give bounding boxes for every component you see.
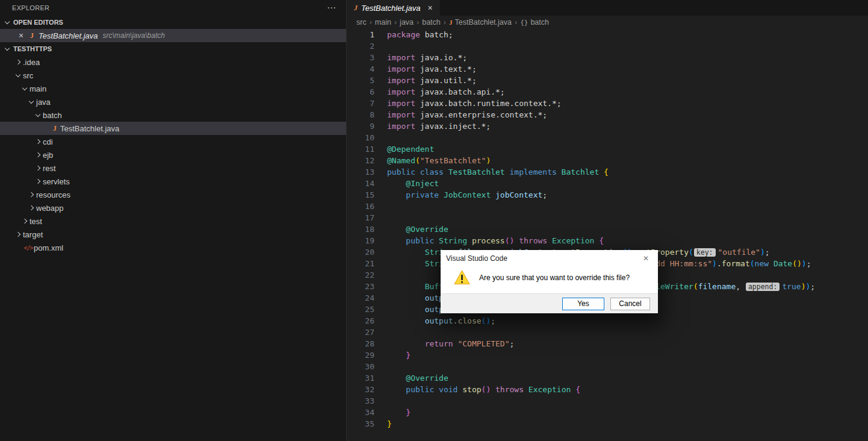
tree-item-label: main — [29, 84, 46, 93]
code-line[interactable]: 26 output.close(); — [347, 315, 868, 327]
chevron-right-icon — [33, 177, 43, 186]
tree-item-label: resources — [36, 190, 70, 199]
tree-item-ejb[interactable]: ejb — [0, 148, 346, 161]
tree-item-target[interactable]: target — [0, 228, 346, 241]
more-actions-icon[interactable]: ⋯ — [327, 2, 336, 13]
line-number: 23 — [347, 281, 374, 292]
code-line[interactable]: 2 — [347, 40, 868, 52]
code-line[interactable]: 6import javax.batch.api.*; — [347, 86, 868, 98]
code-line[interactable]: 10 — [347, 132, 868, 143]
code-line[interactable]: 19 public String process() throws Except… — [347, 235, 868, 246]
line-number: 3 — [347, 52, 374, 63]
chevron-right-icon — [13, 57, 23, 67]
code-line[interactable]: 17 — [347, 212, 868, 224]
code-line[interactable]: 14 @Inject — [347, 178, 868, 189]
line-number: 24 — [347, 292, 374, 304]
tab-bar: J TestBatchlet.java × — [347, 0, 868, 16]
tree-item-label: webapp — [36, 204, 64, 213]
chevron-right-icon — [26, 203, 36, 213]
code-line[interactable]: 9import javax.inject.*; — [347, 120, 868, 132]
code-line[interactable]: 32 public void stop() throws Exception { — [347, 384, 868, 395]
tree-item-label: .idea — [23, 58, 40, 67]
code-line[interactable]: 5import java.util.*; — [347, 75, 868, 86]
code-text: import javax.enterprise.context.*; — [387, 109, 547, 120]
close-icon[interactable]: × — [428, 3, 433, 13]
breadcrumb-item[interactable]: src — [356, 18, 367, 27]
java-file-icon: J — [449, 19, 453, 26]
breadcrumb-item[interactable]: {}batch — [520, 18, 549, 27]
xml-file-icon: </> — [23, 245, 34, 251]
breadcrumb-item[interactable]: main — [375, 18, 391, 27]
line-number: 19 — [347, 235, 374, 246]
code-line[interactable]: 29 } — [347, 349, 868, 361]
code-text: import javax.batch.runtime.context.*; — [387, 98, 562, 109]
code-line[interactable]: 7import javax.batch.runtime.context.*; — [347, 98, 868, 109]
code-editor[interactable]: 1package batch;23import java.io.*;4impor… — [347, 29, 868, 430]
tree-item-cdi[interactable]: cdi — [0, 135, 346, 148]
chevron-right-icon — [33, 150, 43, 160]
code-line[interactable]: 35} — [347, 418, 868, 430]
breadcrumb-item[interactable]: JTestBatchlet.java — [449, 18, 512, 27]
tree-item-label: ejb — [43, 151, 53, 160]
tree-item-main[interactable]: main — [0, 82, 346, 95]
code-line[interactable]: 12@Named("TestBatchlet") — [347, 155, 868, 166]
code-line[interactable]: 4import java.text.*; — [347, 63, 868, 75]
tree-item-src[interactable]: src — [0, 69, 346, 82]
explorer-title: EXPLORER — [12, 4, 49, 11]
workspace-header[interactable]: TESTHTTPS — [0, 42, 346, 55]
code-line[interactable]: 30 — [347, 361, 868, 372]
code-line[interactable]: 28 return "COMPLETED"; — [347, 338, 868, 349]
breadcrumb-item[interactable]: batch — [422, 18, 441, 27]
code-line[interactable]: 33 — [347, 395, 868, 407]
code-line[interactable]: 27 — [347, 327, 868, 338]
cancel-button[interactable]: Cancel — [610, 298, 650, 310]
code-line[interactable]: 3import java.io.*; — [347, 52, 868, 63]
line-number: 7 — [347, 98, 374, 109]
tree-item-webapp[interactable]: webapp — [0, 201, 346, 214]
code-text: @Override — [387, 224, 448, 235]
code-line[interactable]: 13public class TestBatchlet implements B… — [347, 166, 868, 178]
code-text: @Override — [387, 372, 448, 384]
close-icon[interactable]: × — [16, 31, 26, 40]
code-line[interactable]: 11@Dependent — [347, 143, 868, 155]
tree-item-label: java — [36, 98, 51, 107]
line-number: 32 — [347, 384, 374, 395]
tree-item-test[interactable]: test — [0, 214, 346, 228]
breadcrumb-item[interactable]: java — [400, 18, 414, 27]
tree-item-label: batch — [43, 111, 62, 120]
tree-item-resources[interactable]: resources — [0, 188, 346, 201]
tree-item-java[interactable]: java — [0, 95, 346, 108]
indent-spacer — [13, 243, 23, 252]
tree-item-testbatchlet-java[interactable]: JTestBatchlet.java — [0, 122, 346, 135]
code-line[interactable]: 31 @Override — [347, 372, 868, 384]
line-number: 8 — [347, 109, 374, 120]
yes-button[interactable]: Yes — [562, 298, 604, 310]
code-line[interactable]: 8import javax.enterprise.context.*; — [347, 109, 868, 120]
code-line[interactable]: 34 } — [347, 407, 868, 418]
chevron-down-icon — [2, 17, 12, 27]
tree-item-label: TestBatchlet.java — [60, 124, 119, 133]
line-number: 15 — [347, 189, 374, 201]
file-tree: .ideasrcmainjavabatchJTestBatchlet.javac… — [0, 55, 346, 254]
tree-item-label: pom.xml — [34, 243, 63, 252]
line-number: 30 — [347, 361, 374, 372]
tree-item-rest[interactable]: rest — [0, 161, 346, 175]
close-icon[interactable]: ✕ — [634, 250, 658, 267]
line-number: 5 — [347, 75, 374, 86]
code-line[interactable]: 18 @Override — [347, 224, 868, 235]
tree-item-batch[interactable]: batch — [0, 108, 346, 122]
tree-item--idea[interactable]: .idea — [0, 55, 346, 69]
code-line[interactable]: 16 — [347, 201, 868, 212]
code-line[interactable]: 1package batch; — [347, 29, 868, 40]
open-editor-item[interactable]: ×JTestBatchlet.javasrc\main\java\batch — [0, 29, 346, 42]
tab-testbatchlet-java[interactable]: J TestBatchlet.java × — [347, 0, 439, 16]
tree-item-servlets[interactable]: servlets — [0, 175, 346, 188]
line-number: 28 — [347, 338, 374, 349]
chevron-right-icon — [20, 216, 29, 226]
tree-item-label: cdi — [43, 137, 53, 146]
open-editors-header[interactable]: OPEN EDITORS — [0, 16, 346, 29]
code-line[interactable]: 15 private JobContext jobContext; — [347, 189, 868, 201]
tree-item-pom-xml[interactable]: </>pom.xml — [0, 241, 346, 254]
code-text: } — [387, 407, 411, 418]
line-number: 18 — [347, 224, 374, 235]
